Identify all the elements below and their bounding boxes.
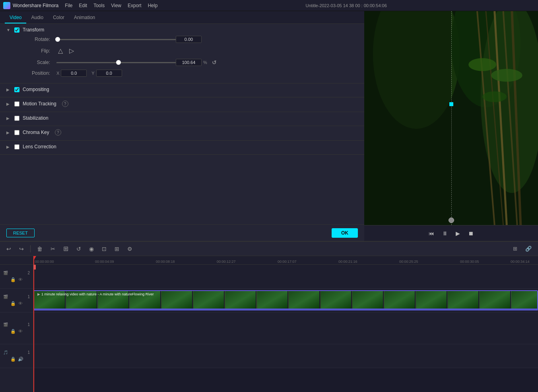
video-clip-main[interactable]: ▶ 1 minute relaxing video with nature - … (33, 290, 538, 310)
track-v1-lock-button[interactable]: 🔒 (10, 328, 16, 334)
app-logo: Wondershare Filmora (3, 2, 58, 9)
menu-export[interactable]: Export (128, 3, 142, 8)
timeline-toolbar: ↩ ↪ 🗑 ✂ ⊞ ↺ ◉ ⊡ ⊞ ⚙ ⊞ 🔗 (0, 242, 538, 256)
section-chroma-key: ▶ Chroma Key ? (0, 126, 364, 141)
crop-button[interactable]: ⊞ (62, 244, 70, 253)
scale-label: Scale: (22, 60, 50, 65)
timeline-tracks-scroll: 00:00:00:00 00:00:04:09 00:00:08:18 00:0… (33, 256, 538, 392)
scale-reset-button[interactable]: ↺ (210, 58, 219, 66)
preview-scrubber[interactable] (449, 217, 454, 223)
section-transform-header[interactable]: ▼ Transform (6, 27, 358, 33)
titlebar: Wondershare Filmora File Edit Tools View… (0, 0, 538, 11)
stabilization-checkbox[interactable] (14, 116, 19, 121)
scale-input[interactable] (176, 59, 202, 66)
ruler-mark-7: 00:00:30:05 (460, 260, 479, 264)
color-tool-button[interactable]: ◉ (87, 245, 95, 253)
rotate-slider[interactable] (56, 39, 176, 40)
window-title: Untitle-2022-03-05 14 38 00 : 00:00:54:0… (157, 3, 535, 8)
transform-title: Transform (23, 27, 44, 33)
lens-correction-checkbox[interactable] (14, 144, 19, 149)
track-label-2: 🎬 2 🔒 👁 (0, 265, 33, 289)
stabilization-title: Stabilization (23, 115, 49, 121)
tab-audio[interactable]: Audio (26, 12, 48, 23)
motion-tracking-info-icon[interactable]: ? (62, 101, 68, 107)
menu-view[interactable]: View (111, 3, 121, 8)
clip-label: ▶ 1 minute relaxing video with nature - … (36, 292, 155, 297)
undo-button[interactable]: ↩ (5, 245, 13, 253)
motion-tracking-arrow-icon: ▶ (6, 102, 11, 106)
transform-checkbox[interactable] (14, 27, 19, 33)
section-lens-correction-header[interactable]: ▶ Lens Correction (6, 144, 358, 149)
section-compositing-header[interactable]: ▶ Compositing (6, 87, 358, 92)
ok-button[interactable]: OK (332, 228, 358, 238)
picture-in-picture-button[interactable]: ⊡ (100, 245, 108, 253)
section-chroma-key-header[interactable]: ▶ Chroma Key ? (6, 129, 358, 136)
menu-tools[interactable]: Tools (93, 3, 105, 8)
flip-field: Flip: △ ▷ (6, 46, 358, 55)
track-1-eye-button[interactable]: 👁 (18, 301, 23, 307)
delete-button[interactable]: 🗑 (35, 245, 44, 253)
playback-controls: ⏮ ⏸ ▶ ⏹ (364, 225, 538, 241)
chroma-key-checkbox[interactable] (14, 130, 19, 135)
track-audio-label: 1 (27, 350, 30, 355)
flip-label: Flip: (22, 48, 50, 54)
scale-slider[interactable] (56, 62, 176, 63)
settings-tool-button[interactable]: ⚙ (126, 245, 134, 253)
section-lens-correction: ▶ Lens Correction (0, 141, 364, 155)
preview-marker (449, 102, 453, 106)
step-back-button[interactable]: ⏮ (426, 229, 437, 237)
track-v1-eye-button[interactable]: 👁 (18, 328, 23, 334)
motion-tracking-checkbox[interactable] (14, 101, 19, 107)
track-2-lock-button[interactable]: 🔒 (10, 277, 16, 283)
tab-color[interactable]: Color (48, 12, 69, 23)
track-audio-lock-button[interactable]: 🔒 (10, 356, 16, 362)
app-name: Wondershare Filmora (13, 3, 58, 8)
section-motion-tracking-header[interactable]: ▶ Motion Tracking ? (6, 101, 358, 107)
chroma-key-arrow-icon: ▶ (6, 130, 11, 135)
section-stabilization-header[interactable]: ▶ Stabilization (6, 115, 358, 121)
track-1-lock-button[interactable]: 🔒 (10, 301, 16, 307)
track-audio-volume-button[interactable]: 🔊 (18, 356, 23, 362)
timeline-track-labels: 🎬 2 🔒 👁 🎬 1 🔒 👁 (0, 256, 33, 392)
section-motion-tracking: ▶ Motion Tracking ? (0, 97, 364, 112)
track-label-audio: 🎵 1 🔒 🔊 (0, 344, 33, 368)
track-row-main-clip: ▶ 1 minute relaxing video with nature - … (33, 289, 538, 312)
reset-button[interactable]: RESET (6, 229, 35, 237)
track-2-eye-button[interactable]: 👁 (18, 277, 23, 283)
link-button[interactable]: 🔗 (524, 245, 533, 252)
ruler-mark-8: 00:00:34:14 (511, 260, 530, 264)
flip-vertical-button[interactable]: ▷ (68, 46, 76, 55)
tab-video[interactable]: Video (5, 12, 26, 23)
fit-button[interactable]: ⊞ (113, 245, 121, 253)
stop-button[interactable]: ⏹ (466, 229, 476, 237)
video-preview (364, 11, 538, 225)
chroma-key-title: Chroma Key (23, 130, 49, 135)
tab-animation[interactable]: Animation (69, 12, 100, 23)
menu-file[interactable]: File (65, 3, 72, 8)
compositing-checkbox[interactable] (14, 87, 19, 92)
menu-edit[interactable]: Edit (79, 3, 87, 8)
timeline-playhead (33, 256, 34, 392)
position-field: Position: X Y (6, 70, 358, 77)
pos-x-input[interactable] (61, 70, 87, 77)
rotate-input[interactable] (176, 36, 202, 43)
chroma-key-info-icon[interactable]: ? (55, 129, 61, 136)
svg-point-9 (468, 58, 496, 71)
clip-title: 1 minute relaxing video with nature - A … (41, 292, 154, 296)
track-row-audio (33, 344, 538, 368)
rotate-label: Rotate: (22, 37, 50, 42)
snap-button[interactable]: ⊞ (511, 245, 519, 252)
pos-y-input[interactable] (96, 70, 122, 77)
rotate-thumb (55, 37, 60, 42)
rotate-tool-button[interactable]: ↺ (75, 245, 83, 253)
cut-button[interactable]: ✂ (49, 245, 57, 253)
timeline-ruler: 00:00:00:00 00:00:04:09 00:00:08:18 00:0… (33, 256, 538, 265)
ruler-mark-2: 00:00:08:18 (156, 260, 175, 264)
pause-button[interactable]: ⏸ (440, 229, 450, 237)
flip-buttons: △ ▷ (56, 46, 76, 55)
redo-button[interactable]: ↪ (17, 245, 25, 253)
stabilization-arrow-icon: ▶ (6, 116, 11, 120)
play-button[interactable]: ▶ (453, 229, 462, 237)
flip-horizontal-button[interactable]: △ (56, 46, 64, 55)
menu-help[interactable]: Help (148, 3, 158, 8)
